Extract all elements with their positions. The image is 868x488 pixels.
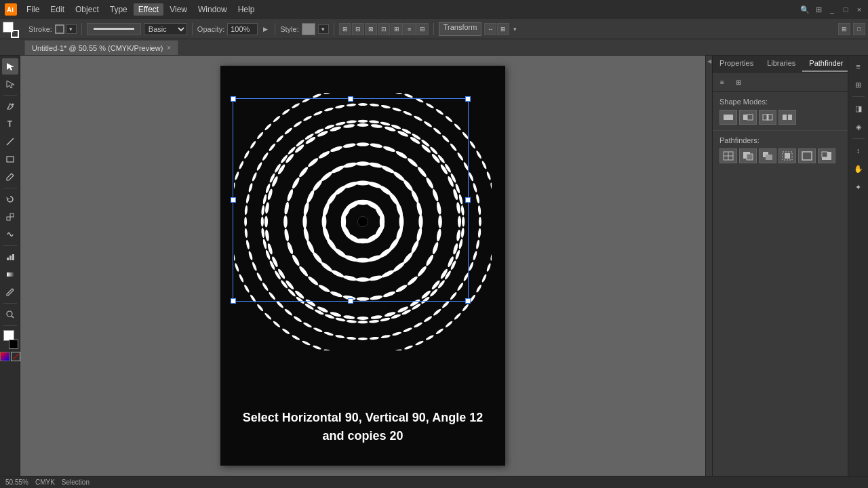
svg-point-216 (450, 291, 458, 301)
svg-point-230 (302, 321, 312, 328)
stroke-controls: ▾ (55, 24, 77, 34)
select-tool[interactable] (2, 58, 18, 75)
dock-btn-7[interactable]: ✦ (850, 179, 867, 195)
menu-file[interactable]: File (22, 3, 44, 16)
tab-pathfinder[interactable]: Pathfinder (802, 56, 850, 72)
tab-close[interactable]: × (167, 44, 171, 52)
scale-tool[interactable] (2, 209, 18, 225)
dock-btn-1[interactable]: ≡ (850, 58, 867, 75)
rotate-tool[interactable] (2, 191, 18, 207)
close-btn[interactable]: × (854, 5, 864, 14)
align-top-btn[interactable]: ⊡ (378, 23, 390, 35)
canvas-text-line2: and copies 20 (220, 427, 505, 445)
panel-icon-menu[interactable]: ≡ (715, 75, 730, 89)
dock-btn-3[interactable]: ◨ (850, 100, 867, 117)
panel-toggle-2[interactable]: □ (853, 23, 865, 35)
align-bottom-btn[interactable]: ≡ (403, 23, 416, 35)
svg-point-331 (404, 93, 414, 98)
pathfinders-section: Pathfinders: (713, 131, 848, 169)
type-tool[interactable]: T (2, 116, 18, 132)
align-center-v-btn[interactable]: ⊞ (391, 23, 403, 35)
stroke-arrow[interactable]: ▾ (66, 24, 77, 34)
transform-chevron[interactable]: ▾ (510, 23, 519, 35)
align-center-h-btn[interactable]: ⊟ (352, 23, 364, 35)
gradient-tool[interactable] (2, 266, 18, 283)
dock-btn-6[interactable]: ✋ (850, 161, 867, 177)
svg-point-60 (302, 201, 310, 216)
direct-select-tool[interactable] (2, 76, 18, 92)
blend-mode-select[interactable]: Basic Multiply Screen (144, 23, 187, 35)
color-mode-display: CMYK (35, 479, 55, 486)
opacity-input[interactable] (227, 23, 258, 35)
eyedropper-tool[interactable] (2, 284, 18, 300)
opacity-expand[interactable]: ▶ (260, 23, 270, 35)
style-arrow[interactable]: ▾ (318, 24, 329, 34)
svg-point-67 (368, 161, 383, 169)
style-swatch[interactable] (302, 23, 315, 35)
svg-point-104 (406, 157, 418, 168)
tab-properties[interactable]: Properties (713, 56, 760, 72)
tab-libraries[interactable]: Libraries (760, 56, 802, 72)
shape-mode-intersect[interactable] (759, 110, 776, 125)
minimize-btn[interactable]: _ (827, 5, 837, 14)
svg-point-330 (393, 93, 402, 95)
stroke-swatch-preview[interactable] (55, 24, 64, 34)
menu-type[interactable]: Type (105, 3, 132, 16)
canvas-area[interactable]: Select Horizontal 90, Vertical 90, Angle… (20, 56, 705, 476)
background-color[interactable] (9, 340, 18, 349)
svg-point-52 (356, 277, 370, 281)
pathfinder-minus-back[interactable] (818, 148, 835, 163)
pathfinder-crop[interactable] (778, 148, 796, 163)
transform-btn[interactable]: Transform (439, 22, 482, 36)
align-left-btn[interactable]: ⊞ (339, 23, 351, 35)
transform-reset-btn[interactable]: ↔ (484, 23, 496, 35)
svg-point-131 (264, 216, 268, 227)
transform-options-btn[interactable]: ⊞ (497, 23, 509, 35)
search-btn[interactable]: 🔍 (800, 5, 810, 14)
blend-mode-bar[interactable] (87, 23, 141, 35)
menu-window[interactable]: Window (193, 3, 232, 16)
menu-object[interactable]: Object (71, 3, 104, 16)
svg-point-313 (234, 171, 239, 181)
warp-tool[interactable] (2, 226, 18, 243)
graph-tool[interactable] (2, 249, 18, 265)
panel-btn[interactable]: ⊞ (814, 5, 823, 14)
pathfinder-outline[interactable] (798, 148, 816, 163)
menu-view[interactable]: View (165, 3, 192, 16)
pathfinder-divide[interactable] (719, 148, 737, 163)
svg-point-340 (481, 161, 488, 170)
shape-mode-exclude[interactable] (778, 110, 796, 125)
left-toolbar: T (0, 56, 20, 476)
svg-point-299 (273, 321, 281, 328)
rect-tool[interactable] (2, 151, 18, 167)
maximize-btn[interactable]: □ (841, 5, 850, 14)
brush-tool[interactable] (2, 169, 18, 185)
panel-toggle-1[interactable]: ⊞ (838, 23, 850, 35)
pen-tool[interactable] (2, 98, 18, 115)
shape-mode-minus-front[interactable] (739, 110, 757, 125)
canvas-description: Select Horizontal 90, Vertical 90, Angle… (220, 409, 505, 445)
zoom-tool[interactable] (2, 306, 18, 323)
color-mode-btn[interactable] (0, 352, 9, 361)
svg-point-141 (343, 123, 355, 129)
document-tab[interactable]: Untitled-1* @ 50.55 % (CMYK/Preview) × (24, 40, 178, 55)
pathfinder-merge[interactable] (759, 148, 776, 163)
panel-collapse-btn[interactable]: ◀ (705, 56, 712, 476)
menu-help[interactable]: Help (233, 3, 260, 16)
svg-rect-9 (12, 254, 14, 260)
dock-btn-4[interactable]: ◈ (850, 119, 867, 135)
menu-effect[interactable]: Effect (134, 3, 163, 16)
shape-mode-unite[interactable] (719, 110, 737, 125)
svg-point-143 (370, 123, 382, 129)
align-right-btn[interactable]: ⊠ (365, 23, 377, 35)
stroke-swatch-toolbar[interactable] (11, 30, 19, 38)
none-btn[interactable] (11, 352, 20, 361)
pathfinder-trim[interactable] (739, 148, 757, 163)
dock-btn-2[interactable]: ⊞ (850, 77, 867, 93)
dock-btn-5[interactable]: ↕ (850, 142, 867, 159)
distribute-h-btn[interactable]: ⊟ (416, 23, 429, 35)
panel-icon-layers[interactable]: ⊞ (731, 75, 746, 89)
menu-edit[interactable]: Edit (45, 3, 69, 16)
tool-sep-1 (3, 95, 17, 96)
line-tool[interactable] (2, 134, 18, 150)
